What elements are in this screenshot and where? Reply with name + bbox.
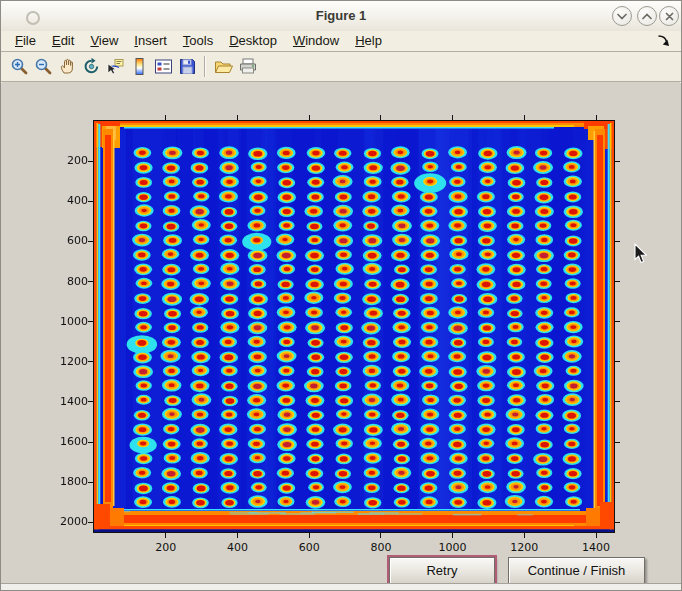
y-tick-mark (615, 201, 620, 202)
y-tick-label: 1000 (46, 315, 88, 328)
y-tick-mark (88, 161, 93, 162)
y-tick-label: 1400 (46, 395, 88, 408)
x-tick-label: 1400 (574, 541, 618, 554)
y-tick-label: 200 (46, 154, 88, 167)
x-tick-label: 1200 (502, 541, 546, 554)
y-tick-label: 1200 (46, 355, 88, 368)
y-tick-mark (88, 321, 93, 322)
x-tick-mark (524, 115, 525, 120)
y-tick-label: 2000 (46, 515, 88, 528)
x-tick-mark (452, 533, 453, 538)
y-tick-mark (615, 161, 620, 162)
y-tick-mark (88, 361, 93, 362)
x-tick-mark (309, 533, 310, 538)
x-tick-label: 400 (215, 541, 259, 554)
y-tick-label: 400 (46, 194, 88, 207)
x-tick-label: 600 (287, 541, 331, 554)
x-tick-mark (596, 533, 597, 538)
heatmap-image[interactable] (94, 121, 614, 532)
y-tick-mark (88, 442, 93, 443)
y-tick-label: 800 (46, 275, 88, 288)
window-bottom-border (1, 583, 681, 590)
y-tick-mark (615, 361, 620, 362)
y-tick-mark (88, 401, 93, 402)
x-tick-mark (596, 115, 597, 120)
y-tick-mark (615, 321, 620, 322)
x-tick-mark (309, 115, 310, 120)
x-tick-mark (452, 115, 453, 120)
x-tick-mark (524, 533, 525, 538)
continue-finish-button[interactable]: Continue / Finish (508, 557, 645, 584)
plot-layer: 2004006008001000120014002004006008001000… (1, 1, 681, 590)
y-tick-label: 1600 (46, 435, 88, 448)
x-tick-mark (237, 115, 238, 120)
y-tick-mark (615, 281, 620, 282)
y-tick-label: 600 (46, 234, 88, 247)
x-tick-label: 1000 (431, 541, 475, 554)
x-tick-mark (165, 533, 166, 538)
x-tick-mark (380, 115, 381, 120)
y-tick-mark (88, 201, 93, 202)
y-tick-mark (88, 241, 93, 242)
y-tick-mark (88, 482, 93, 483)
figure-window: Figure 1 FileEditViewInsertToolsDesktopW… (0, 0, 682, 591)
y-tick-mark (615, 241, 620, 242)
y-tick-mark (615, 482, 620, 483)
y-tick-mark (615, 401, 620, 402)
retry-button[interactable]: Retry (389, 557, 495, 584)
y-tick-mark (88, 281, 93, 282)
x-tick-mark (165, 115, 166, 120)
x-tick-label: 200 (144, 541, 188, 554)
y-tick-label: 1800 (46, 475, 88, 488)
y-tick-mark (88, 522, 93, 523)
y-tick-mark (615, 522, 620, 523)
x-tick-label: 800 (359, 541, 403, 554)
x-tick-mark (380, 533, 381, 538)
y-tick-mark (615, 442, 620, 443)
x-tick-mark (237, 533, 238, 538)
